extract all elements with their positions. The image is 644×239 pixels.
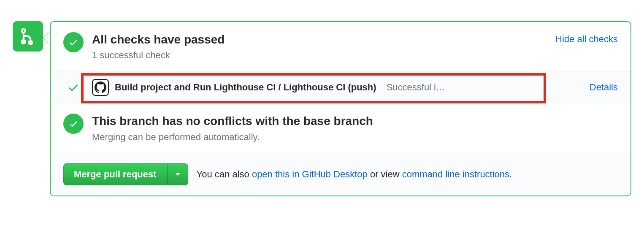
check-details-link[interactable]: Details (590, 82, 618, 93)
check-status-text: Successful i… (387, 82, 445, 93)
checks-summary-section: All checks have passed 1 successful chec… (51, 22, 630, 71)
merge-help-mid: or view (368, 169, 402, 179)
merge-dropdown-button[interactable] (167, 163, 188, 185)
conflicts-subtitle: Merging can be performed automatically. (92, 132, 618, 143)
merge-help-suffix: . (509, 169, 512, 179)
check-name: Build project and Run Lighthouse CI / Li… (115, 82, 376, 93)
checks-subtitle: 1 successful check (92, 50, 547, 61)
check-icon (68, 37, 78, 47)
check-row-wrapper: Build project and Run Lighthouse CI / Li… (51, 71, 630, 103)
git-merge-icon (19, 27, 37, 46)
merge-section: Merge pull request You can also open thi… (51, 153, 630, 196)
conflicts-title: This branch has no conflicts with the ba… (92, 114, 618, 129)
merge-avatar-box (13, 21, 43, 52)
checks-title: All checks have passed (92, 32, 547, 47)
merge-pull-request-button[interactable]: Merge pull request (63, 163, 167, 185)
conflicts-status-circle (63, 114, 84, 134)
toggle-checks-link[interactable]: Hide all checks (555, 34, 618, 45)
check-icon (68, 81, 79, 93)
conflicts-section: This branch has no conflicts with the ba… (51, 103, 630, 152)
merge-panel: All checks have passed 1 successful chec… (50, 21, 631, 196)
checks-status-circle (63, 32, 84, 52)
merge-button-group: Merge pull request (63, 163, 188, 185)
github-logo-icon (92, 79, 109, 96)
open-github-desktop-link[interactable]: open this in GitHub Desktop (252, 169, 368, 179)
caret-down-icon (175, 173, 180, 176)
merge-help-prefix: You can also (197, 169, 252, 179)
command-line-instructions-link[interactable]: command line instructions (402, 169, 509, 179)
check-icon (68, 119, 78, 129)
check-row: Build project and Run Lighthouse CI / Li… (51, 71, 630, 103)
merge-help-text: You can also open this in GitHub Desktop… (197, 169, 512, 180)
check-status-icon-cell (63, 81, 84, 93)
